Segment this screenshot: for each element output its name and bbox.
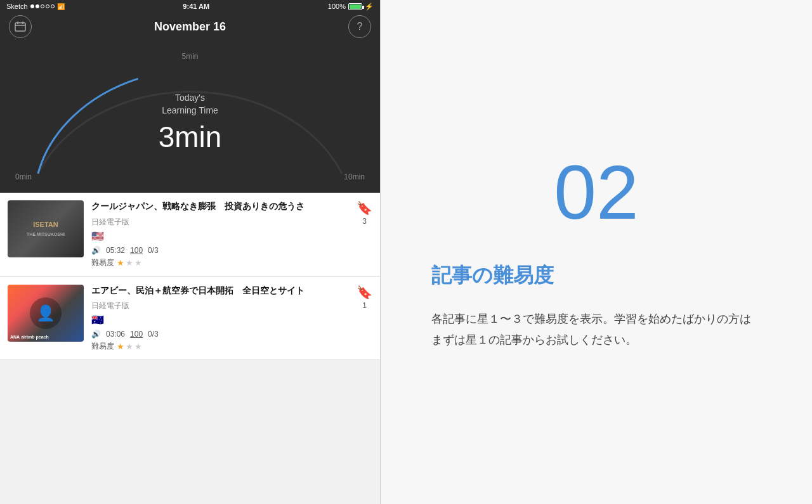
- bookmark-button-1[interactable]: 🔖: [357, 200, 372, 216]
- difficulty-label-1: 難易度: [91, 257, 114, 268]
- article-duration-1: 05:32: [106, 246, 125, 255]
- battery-icon: [348, 3, 362, 10]
- airbnb-logos: ANA airbnb peach: [10, 335, 49, 339]
- right-panel: 02 記事の難易度 各記事に星１〜３で難易度を表示。学習を始めたばかりの方はまず…: [381, 0, 812, 504]
- dot-4: [46, 4, 49, 8]
- star-filled-1: ★: [117, 258, 124, 268]
- article-progress-1: 0/3: [148, 246, 159, 255]
- article-progress-2: 0/3: [148, 330, 159, 339]
- timer-label-line2: Learning Time: [159, 105, 222, 117]
- peach-logo: peach: [36, 335, 49, 339]
- timer-section: 5min 0min 10min Today's Learning Time 3m…: [0, 41, 380, 193]
- article-thumb-1: ISETANTHE MITSUKOSHI: [8, 200, 84, 257]
- timer-value: 3min: [159, 120, 222, 154]
- audio-icon-1: 🔊: [91, 246, 101, 255]
- person-icon: 👤: [36, 304, 55, 322]
- article-source-2: 日経電子版: [91, 300, 349, 311]
- ana-logo: ANA: [10, 335, 20, 339]
- article-score-1[interactable]: 100: [130, 246, 143, 255]
- article-flag-2: 🇦🇺: [91, 314, 349, 326]
- star-empty-2-3: ★: [134, 342, 142, 351]
- bookmark-area-1: 🔖 3: [357, 200, 372, 226]
- timer-label: Today's Learning Time: [159, 92, 222, 117]
- nav-title: November 16: [154, 20, 226, 34]
- feature-title: 記事の難易度: [431, 262, 554, 290]
- status-bar: Sketch 📶 9:41 AM 100% ⚡: [0, 0, 380, 13]
- arc-label-0min: 0min: [15, 172, 32, 181]
- article-duration-2: 03:06: [106, 330, 125, 339]
- article-difficulty-1: 難易度 ★ ★ ★: [91, 257, 349, 268]
- article-card-2[interactable]: 👤 ANA airbnb peach エアビー、民泊＋航空券で日本開拓 全日空と…: [0, 277, 380, 361]
- star-empty-2-2: ★: [126, 342, 133, 351]
- article-title-2: エアビー、民泊＋航空券で日本開拓 全日空とサイト: [91, 285, 349, 297]
- dot-2: [36, 4, 39, 8]
- battery-label: 100%: [328, 3, 346, 10]
- airbnb-logo: airbnb: [21, 335, 34, 339]
- carrier-label: Sketch: [6, 3, 28, 10]
- article-title-1: クールジャパン、戦略なき膨張 投資ありきの危うさ: [91, 200, 349, 213]
- article-info-1: クールジャパン、戦略なき膨張 投資ありきの危うさ 日経電子版 🇺🇸 🔊 05:3…: [91, 200, 349, 268]
- left-panel: Sketch 📶 9:41 AM 100% ⚡: [0, 0, 381, 504]
- dot-3: [41, 4, 44, 8]
- timer-content: Today's Learning Time 3min: [159, 92, 222, 153]
- nav-bar: November 16 ?: [0, 13, 380, 41]
- bookmark-count-1: 3: [362, 217, 367, 226]
- battery-fill: [350, 4, 361, 9]
- timer-label-line1: Today's: [159, 92, 222, 105]
- article-difficulty-2: 難易度 ★ ★ ★: [91, 341, 349, 352]
- svg-rect-0: [15, 23, 25, 31]
- wifi-icon: 📶: [57, 3, 65, 10]
- feature-number: 02: [554, 154, 638, 230]
- help-button[interactable]: ?: [348, 15, 371, 38]
- arc-label-5min: 5min: [181, 52, 198, 61]
- star-empty-3: ★: [134, 258, 142, 268]
- article-flag-1: 🇺🇸: [91, 230, 349, 242]
- isetan-sign: ISETANTHE MITSUKOSHI: [27, 220, 65, 238]
- audio-icon-2: 🔊: [91, 330, 101, 339]
- article-meta-1: 🔊 05:32 100 0/3: [91, 246, 349, 255]
- bookmark-area-2: 🔖 1: [357, 285, 372, 310]
- arc-labels: 0min 10min: [0, 172, 380, 181]
- difficulty-label-2: 難易度: [91, 341, 114, 352]
- stars-1: ★ ★ ★: [117, 258, 142, 268]
- article-thumb-2: 👤 ANA airbnb peach: [8, 285, 84, 342]
- calendar-icon: [15, 21, 26, 32]
- article-list: ISETANTHE MITSUKOSHI クールジャパン、戦略なき膨張 投資あり…: [0, 193, 380, 504]
- star-empty-2: ★: [126, 258, 133, 268]
- dot-5: [51, 4, 55, 8]
- status-time: 9:41 AM: [183, 3, 209, 10]
- article-meta-2: 🔊 03:06 100 0/3: [91, 330, 349, 339]
- article-card-1[interactable]: ISETANTHE MITSUKOSHI クールジャパン、戦略なき膨張 投資あり…: [0, 193, 380, 276]
- airbnb-thumb-content: 👤: [14, 291, 77, 335]
- stars-2: ★ ★ ★: [117, 342, 142, 351]
- signal-dots: [30, 4, 55, 8]
- status-left: Sketch 📶: [6, 3, 65, 10]
- dot-1: [30, 4, 34, 8]
- feature-description: 各記事に星１〜３で難易度を表示。学習を始めたばかりの方はまずは星１の記事からお試…: [431, 309, 761, 350]
- airbnb-person-circle: 👤: [30, 297, 62, 329]
- article-source-1: 日経電子版: [91, 217, 349, 228]
- arc-label-10min: 10min: [344, 172, 365, 181]
- article-score-2[interactable]: 100: [130, 330, 143, 339]
- status-right: 100% ⚡: [328, 3, 374, 11]
- help-icon: ?: [357, 21, 363, 32]
- calendar-button[interactable]: [9, 15, 32, 38]
- bookmark-count-2: 1: [362, 301, 367, 310]
- lightning-icon: ⚡: [365, 3, 374, 11]
- article-info-2: エアビー、民泊＋航空券で日本開拓 全日空とサイト 日経電子版 🇦🇺 🔊 03:0…: [91, 285, 349, 352]
- star-filled-2-1: ★: [117, 342, 124, 351]
- bookmark-button-2[interactable]: 🔖: [357, 285, 372, 300]
